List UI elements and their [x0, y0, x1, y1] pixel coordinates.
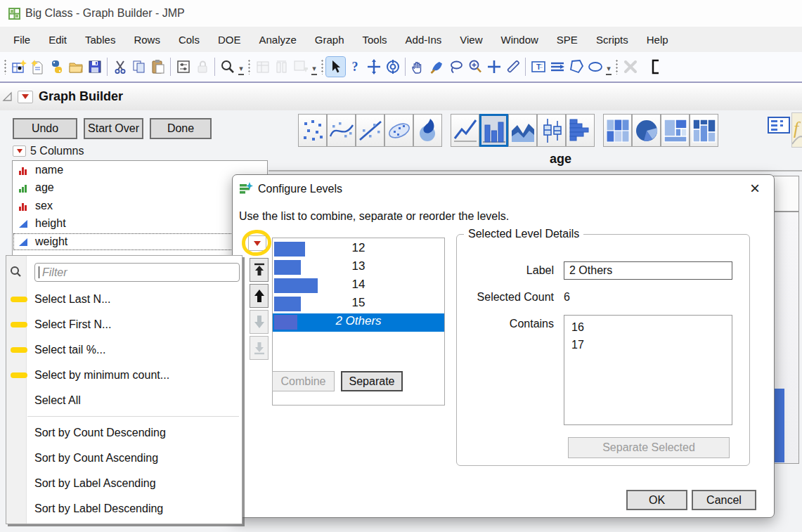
new-data-table-icon[interactable]	[9, 57, 28, 77]
move-to-top-button[interactable]	[250, 258, 269, 282]
contains-list[interactable]: 16 17	[564, 315, 732, 425]
python-icon[interactable]	[47, 57, 66, 77]
palette-line-of-fit-icon[interactable]	[356, 114, 384, 147]
paste-icon[interactable]	[148, 57, 167, 77]
column-item-weight[interactable]: weight	[13, 233, 267, 251]
close-icon[interactable]: ×	[744, 178, 765, 199]
column-item-age[interactable]: age	[13, 179, 267, 197]
eraser-tool-icon[interactable]	[503, 57, 522, 77]
level-row-2-others[interactable]: 2 Others	[273, 313, 444, 332]
copy-icon[interactable]	[129, 57, 148, 77]
menu-item-sort-count-descending[interactable]: Sort by Count Descending	[6, 420, 242, 446]
cancel-button[interactable]: Cancel	[692, 490, 756, 510]
nominal-column-icon	[18, 201, 28, 211]
palette-box-plot-icon[interactable]	[537, 114, 566, 147]
menu-rows[interactable]: Rows	[124, 34, 169, 46]
level-row-12[interactable]: 12	[273, 240, 444, 259]
toolbar-grip[interactable]	[4, 59, 7, 74]
palette-smoother-icon[interactable]	[327, 114, 356, 147]
formula-partial-icon[interactable]: f	[791, 112, 802, 148]
graph-builder-menu-icon[interactable]	[18, 91, 33, 103]
lasso-tool-icon[interactable]	[446, 57, 465, 77]
menu-tools[interactable]: Tools	[354, 34, 396, 46]
column-item-height[interactable]: height	[13, 215, 267, 233]
label-input[interactable]	[564, 261, 732, 280]
menu-scripts[interactable]: Scripts	[587, 34, 638, 46]
toolbar-overflow-icon[interactable]: ▾	[237, 65, 245, 75]
start-over-button[interactable]: Start Over	[84, 118, 143, 139]
toolbar-grip[interactable]	[247, 59, 251, 74]
text-annotate-icon[interactable]: T	[529, 57, 548, 77]
menu-item-select-all[interactable]: Select All	[6, 388, 242, 413]
ok-button[interactable]: OK	[626, 490, 687, 510]
menu-item-select-by-minimum-count[interactable]: Select by minimum count...	[6, 363, 242, 388]
arrow-tool-icon[interactable]	[326, 57, 345, 77]
polygon-annotate-icon[interactable]	[567, 57, 586, 77]
search-icon[interactable]	[218, 57, 237, 77]
crosshair-tool-icon[interactable]	[484, 57, 503, 77]
palette-contour-icon[interactable]	[413, 114, 442, 147]
menu-help[interactable]: Help	[638, 34, 678, 46]
menu-edit[interactable]: Edit	[39, 34, 76, 46]
data-table-view-icon	[253, 57, 272, 77]
column-item-name[interactable]: name	[13, 161, 267, 179]
separate-button[interactable]: Separate	[341, 371, 403, 391]
palette-area-icon[interactable]	[508, 114, 537, 147]
preferences-icon[interactable]	[174, 57, 193, 77]
palette-scatter-icon[interactable]	[298, 114, 327, 147]
done-button[interactable]: Done	[150, 118, 212, 139]
menu-item-sort-label-ascending[interactable]: Sort by Label Ascending	[6, 471, 242, 496]
palette-mosaic-icon[interactable]	[690, 114, 718, 147]
menu-doe[interactable]: DOE	[209, 34, 250, 46]
move-tool-icon[interactable]	[364, 57, 383, 77]
columns-menu-icon[interactable]	[13, 145, 26, 157]
palette-ellipse-icon[interactable]	[384, 114, 413, 147]
menu-spe[interactable]: SPE	[548, 34, 587, 46]
cut-icon[interactable]	[110, 57, 129, 77]
menu-item-select-last-n[interactable]: Select Last N...	[6, 287, 242, 312]
menu-item-sort-label-descending[interactable]: Sort by Label Descending	[6, 496, 242, 521]
menu-addins[interactable]: Add-Ins	[396, 34, 451, 46]
save-icon[interactable]	[85, 57, 104, 77]
magnifier-zoom-tool-icon[interactable]	[465, 57, 484, 77]
menu-window[interactable]: Window	[492, 34, 548, 46]
caption-box-icon[interactable]	[768, 117, 790, 134]
bullseye-tool-icon[interactable]	[383, 57, 402, 77]
undo-button[interactable]: Undo	[13, 118, 77, 139]
menu-tables[interactable]: Tables	[76, 34, 124, 46]
menu-item-sort-count-ascending[interactable]: Sort by Count Ascending	[6, 446, 242, 471]
help-tool-icon[interactable]: ?	[345, 57, 364, 77]
toolbar-overflow-icon[interactable]: ▾	[604, 65, 613, 75]
menu-analyze[interactable]: Analyze	[250, 34, 305, 46]
level-row-15[interactable]: 15	[273, 295, 444, 313]
menu-view[interactable]: View	[451, 34, 491, 46]
toolbar-grip[interactable]	[615, 59, 619, 74]
column-item-sex[interactable]: sex	[13, 197, 267, 215]
toolbar-grip[interactable]	[321, 59, 324, 74]
open-file-icon[interactable]	[66, 57, 85, 77]
line-annotate-icon[interactable]	[548, 57, 567, 77]
collapse-triangle-icon[interactable]	[2, 91, 13, 103]
contains-item[interactable]: 16	[571, 318, 725, 336]
contains-item[interactable]: 17	[571, 336, 725, 353]
palette-histogram-icon[interactable]	[566, 114, 595, 147]
grabber-tool-icon[interactable]	[408, 57, 427, 77]
menu-graph[interactable]: Graph	[306, 34, 354, 46]
toolbar-overflow-icon[interactable]: ▾	[310, 65, 318, 75]
palette-treemap-icon[interactable]	[661, 114, 690, 147]
palette-bar-icon[interactable]	[479, 114, 508, 147]
level-row-13[interactable]: 13	[273, 259, 444, 277]
menu-file[interactable]: File	[4, 34, 39, 46]
palette-pie-icon[interactable]	[632, 114, 661, 147]
level-row-14[interactable]: 14	[273, 277, 444, 295]
new-script-icon[interactable]	[28, 57, 47, 77]
palette-line-icon[interactable]	[451, 114, 479, 147]
brush-tool-icon[interactable]	[427, 57, 446, 77]
move-up-button[interactable]	[250, 284, 269, 308]
oval-annotate-icon[interactable]	[586, 57, 604, 77]
menu-cols[interactable]: Cols	[169, 34, 209, 46]
filter-input[interactable]	[34, 263, 240, 282]
menu-item-select-tail-pct[interactable]: Select tail %...	[6, 337, 242, 363]
menu-item-select-first-n[interactable]: Select First N...	[6, 312, 242, 337]
palette-heatmap-icon[interactable]	[603, 114, 632, 147]
